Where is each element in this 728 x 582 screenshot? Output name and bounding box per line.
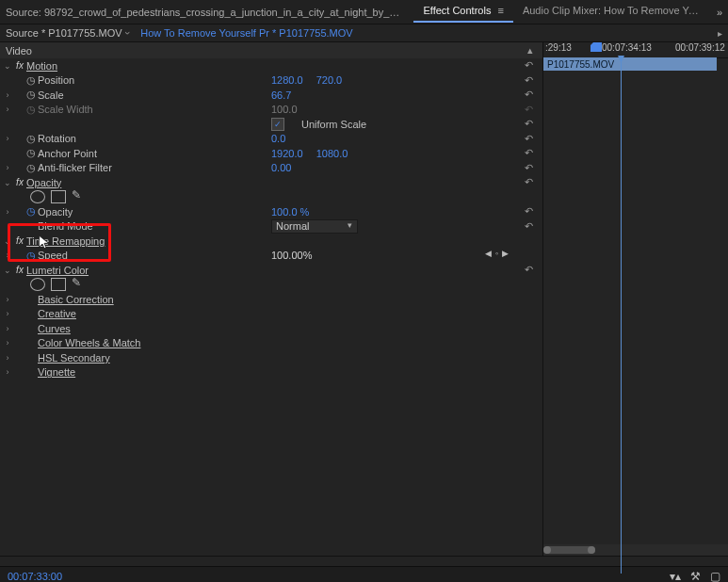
tab-audio-mixer[interactable]: Audio Clip Mixer: How To Remove Yourself… [513, 1, 711, 23]
wrench-icon[interactable]: ⚒ [690, 570, 701, 582]
mask-rectangle-icon[interactable] [51, 190, 66, 203]
twist-lumetri-section[interactable]: › [2, 309, 13, 318]
prop-anchor: Anchor Point [38, 148, 97, 159]
reset-position-icon[interactable]: ↶ [525, 74, 533, 87]
value-rotation[interactable]: 0.0 [271, 133, 285, 144]
reset-scale-icon[interactable]: ↶ [525, 89, 533, 101]
mask-ellipse-icon[interactable] [30, 190, 45, 203]
twist-opacity-prop[interactable]: › [2, 207, 13, 217]
value-position-y[interactable]: 720.0 [316, 74, 343, 86]
twist-antiflicker[interactable]: › [2, 163, 13, 172]
new-item-icon[interactable]: ▢ [710, 570, 720, 582]
value-antiflicker[interactable]: 0.00 [271, 162, 291, 173]
effect-motion[interactable]: Motion [26, 60, 57, 72]
value-speed[interactable]: 100.00% [271, 250, 312, 261]
reset-lumetri-icon[interactable]: ↶ [525, 264, 533, 276]
stopwatch-active-icon[interactable]: ◷ [24, 205, 38, 218]
twist-lumetri-section[interactable]: › [2, 324, 13, 333]
twist-lumetri-section[interactable]: › [2, 338, 13, 348]
status-timecode[interactable]: 00:07:33:00 [8, 571, 62, 582]
reset-blend-icon[interactable]: ↶ [525, 220, 533, 233]
next-keyframe-icon[interactable]: ▶ [502, 249, 509, 258]
timeline-in-marker-icon[interactable] [590, 42, 602, 54]
lumetri-creative[interactable]: Creative [38, 308, 76, 319]
lumetri-hsl-secondary[interactable]: HSL Secondary [38, 352, 110, 364]
twist-scale[interactable]: › [2, 90, 13, 100]
hscroll-thumb[interactable] [543, 546, 595, 554]
reset-opacity-effect-icon[interactable]: ↶ [525, 176, 533, 188]
stopwatch-disabled-icon: ◷ [24, 104, 38, 116]
timeline-ruler[interactable]: :29:13 00:07:34:13 00:07:39:12 [543, 42, 728, 58]
stopwatch-icon[interactable]: ◷ [24, 133, 38, 145]
stopwatch-icon[interactable]: ◷ [24, 162, 38, 174]
timeline-hscroll[interactable] [543, 544, 728, 556]
prop-opacity: Opacity [38, 206, 73, 218]
reset-motion-icon[interactable]: ↶ [525, 59, 533, 72]
reset-antiflicker-icon[interactable]: ↶ [525, 162, 533, 174]
effect-timeremap[interactable]: Time Remapping [26, 235, 105, 247]
mask-rectangle-icon[interactable] [51, 278, 66, 291]
value-scale-width: 100.0 [271, 104, 298, 115]
reset-opacity-icon[interactable]: ↶ [525, 205, 533, 218]
twist-lumetri[interactable]: ⌄ [2, 266, 13, 275]
lumetri-color-wheels[interactable]: Color Wheels & Match [38, 337, 140, 348]
source-label: Source: 98792_crowd_of_pedestrians_cross… [6, 7, 401, 18]
filter-icon[interactable]: ▾▴ [670, 570, 681, 582]
twist-motion[interactable]: ⌄ [2, 61, 13, 71]
fx-badge-icon[interactable]: fx [13, 235, 26, 246]
fx-badge-icon[interactable]: fx [13, 177, 26, 187]
prop-position: Position [38, 74, 74, 86]
prop-speed: Speed [38, 250, 68, 261]
effect-opacity[interactable]: Opacity [26, 177, 61, 188]
prev-keyframe-icon[interactable]: ◀ [485, 249, 492, 258]
reset-scale-width-icon: ↶ [525, 104, 533, 116]
uniform-scale-checkbox[interactable]: ✓ [271, 118, 284, 131]
twist-opacity[interactable]: ⌄ [2, 178, 13, 187]
stopwatch-icon[interactable]: ◷ [24, 89, 38, 101]
twist-lumetri-section[interactable]: › [2, 353, 13, 363]
prop-rotation: Rotation [38, 133, 76, 144]
fx-badge-icon[interactable]: fx [13, 60, 26, 71]
add-keyframe-icon[interactable]: ◦ [495, 249, 498, 258]
reset-uniform-icon[interactable]: ↶ [525, 118, 533, 130]
stopwatch-active-icon[interactable]: ◷ [24, 250, 38, 262]
ruler-tick: :29:13 [545, 42, 572, 53]
mask-ellipse-icon[interactable] [30, 278, 45, 291]
stopwatch-icon[interactable]: ◷ [24, 147, 38, 159]
twist-scale-width[interactable]: › [2, 105, 13, 114]
prop-scale-width: Scale Width [38, 104, 93, 115]
mask-pen-icon[interactable] [72, 278, 85, 289]
breadcrumb-target[interactable]: How To Remove Yourself Pr * P1017755.MOV [140, 27, 352, 39]
blend-mode-select[interactable]: Normal [271, 219, 358, 234]
mask-pen-icon[interactable] [72, 190, 85, 202]
reset-anchor-icon[interactable]: ↶ [525, 147, 533, 159]
twist-speed[interactable]: › [2, 251, 13, 260]
video-collapse-icon[interactable]: ▴ [527, 44, 533, 57]
timeline-play-toggle-icon[interactable]: ▸ [718, 28, 722, 39]
prop-blend-mode: Blend Mode [38, 220, 93, 232]
twist-timeremap[interactable]: ⌄ [2, 236, 13, 246]
twist-lumetri-section[interactable]: › [2, 295, 13, 304]
timeline-clip-bar[interactable]: P1017755.MOV [543, 57, 717, 71]
tab-effect-controls[interactable]: Effect Controls ≡ [413, 1, 512, 23]
effect-lumetri[interactable]: Lumetri Color [26, 265, 89, 276]
ruler-tick: 00:07:34:13 [602, 42, 652, 53]
overflow-chevron-icon[interactable]: » [717, 7, 722, 18]
value-opacity[interactable]: 100.0 % [271, 206, 309, 218]
value-anchor-x[interactable]: 1920.0 [271, 148, 303, 159]
twist-rotation[interactable]: › [2, 134, 13, 143]
value-anchor-y[interactable]: 1080.0 [316, 148, 348, 159]
panel-menu-icon[interactable]: ≡ [497, 5, 503, 16]
fx-badge-icon[interactable]: fx [13, 265, 26, 275]
lumetri-vignette[interactable]: Vignette [38, 366, 75, 378]
reset-rotation-icon[interactable]: ↶ [525, 133, 533, 145]
chevron-down-icon[interactable]: › [121, 31, 133, 35]
video-section-label: Video [6, 45, 32, 57]
value-position-x[interactable]: 1280.0 [271, 74, 303, 86]
stopwatch-icon[interactable]: ◷ [24, 74, 38, 87]
timeline-playhead[interactable] [621, 57, 622, 574]
value-scale[interactable]: 66.7 [271, 89, 291, 101]
lumetri-basic-correction[interactable]: Basic Correction [38, 294, 114, 305]
twist-lumetri-section[interactable]: › [2, 367, 13, 377]
lumetri-curves[interactable]: Curves [38, 323, 71, 334]
